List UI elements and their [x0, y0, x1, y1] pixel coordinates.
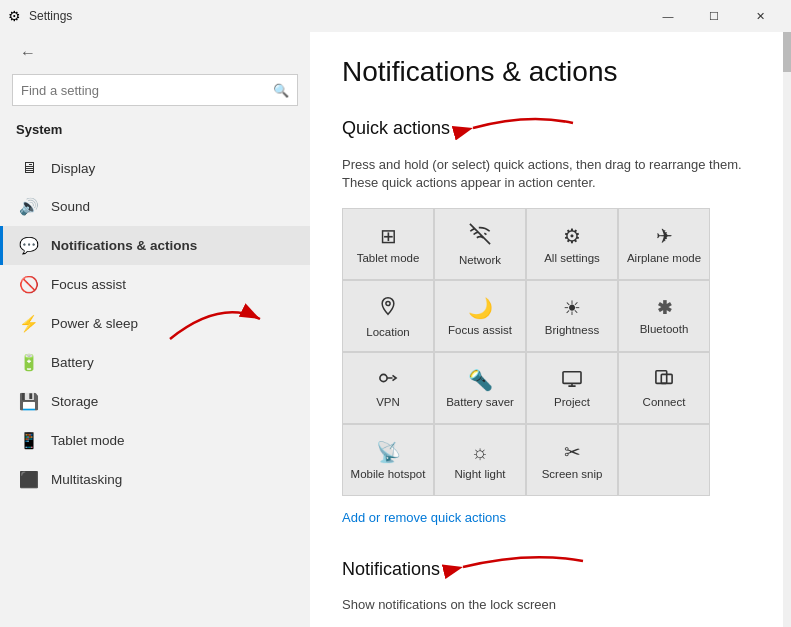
- page-title: Notifications & actions: [342, 56, 751, 88]
- battery-icon: 🔋: [19, 353, 39, 372]
- multitasking-icon: ⬛: [19, 470, 39, 489]
- qa-location-label: Location: [366, 326, 409, 338]
- qa-focus-assist-label: Focus assist: [448, 324, 512, 336]
- qa-vpn-icon: [377, 369, 399, 392]
- search-icon: 🔍: [273, 83, 289, 98]
- sidebar-item-label: Multitasking: [51, 472, 122, 487]
- qa-location-icon: [378, 295, 398, 322]
- qa-mobile-hotspot-icon: 📡: [376, 440, 401, 464]
- sidebar-item-label: Sound: [51, 199, 90, 214]
- power-sleep-icon: ⚡: [19, 314, 39, 333]
- qa-screen-snip-icon: ✂: [564, 440, 581, 464]
- notifications-section: Notifications Show notifications on the …: [342, 549, 751, 612]
- qa-location[interactable]: Location: [343, 281, 433, 351]
- tablet-mode-icon: 📱: [19, 431, 39, 450]
- qa-night-light-label: Night light: [454, 468, 505, 480]
- qa-empty: [619, 425, 709, 495]
- focus-assist-icon: 🚫: [19, 275, 39, 294]
- qa-screen-snip[interactable]: ✂ Screen snip: [527, 425, 617, 495]
- scrollbar-thumb[interactable]: [783, 32, 791, 72]
- quick-actions-grid: ⊞ Tablet mode Network ⚙ All settings: [342, 208, 710, 496]
- display-icon: 🖥: [19, 159, 39, 177]
- qa-airplane-mode-icon: ✈: [656, 224, 673, 248]
- qa-project[interactable]: Project: [527, 353, 617, 423]
- sidebar-item-multitasking[interactable]: ⬛ Multitasking: [0, 460, 310, 499]
- title-bar-controls: — ☐ ✕: [645, 0, 783, 32]
- sidebar-item-label: Battery: [51, 355, 94, 370]
- qa-airplane-mode-label: Airplane mode: [627, 252, 701, 264]
- sidebar-item-label: Tablet mode: [51, 433, 125, 448]
- qa-tablet-mode-icon: ⊞: [380, 224, 397, 248]
- qa-all-settings-icon: ⚙: [563, 224, 581, 248]
- qa-vpn-label: VPN: [376, 396, 400, 408]
- search-box[interactable]: 🔍: [12, 74, 298, 106]
- qa-focus-assist[interactable]: 🌙 Focus assist: [435, 281, 525, 351]
- notifications-icon: 💬: [19, 236, 39, 255]
- arrow-annotation-notifications: [448, 549, 588, 589]
- qa-connect-label: Connect: [643, 396, 686, 408]
- svg-point-3: [380, 374, 387, 381]
- sidebar-item-focus-assist[interactable]: 🚫 Focus assist: [0, 265, 310, 304]
- qa-connect-icon: [653, 369, 675, 392]
- qa-bluetooth-label: Bluetooth: [640, 323, 689, 335]
- qa-vpn[interactable]: VPN: [343, 353, 433, 423]
- qa-brightness[interactable]: ☀ Brightness: [527, 281, 617, 351]
- quick-actions-section: Quick actions Press and hold (or select)…: [342, 108, 751, 549]
- main-content: Notifications & actions Quick actions Pr…: [310, 32, 783, 627]
- qa-tablet-mode[interactable]: ⊞ Tablet mode: [343, 209, 433, 279]
- add-remove-link[interactable]: Add or remove quick actions: [342, 510, 506, 525]
- qa-network-label: Network: [459, 254, 501, 266]
- qa-focus-assist-icon: 🌙: [468, 296, 493, 320]
- qa-bluetooth[interactable]: ✱ Bluetooth: [619, 281, 709, 351]
- sidebar-item-sound[interactable]: 🔊 Sound: [0, 187, 310, 226]
- sidebar-item-label: Power & sleep: [51, 316, 138, 331]
- sidebar-item-notifications[interactable]: 💬 Notifications & actions: [0, 226, 310, 265]
- close-button[interactable]: ✕: [737, 0, 783, 32]
- sidebar-item-storage[interactable]: 💾 Storage: [0, 382, 310, 421]
- qa-tablet-mode-label: Tablet mode: [357, 252, 420, 264]
- notifications-title: Notifications: [342, 549, 751, 589]
- qa-mobile-hotspot-label: Mobile hotspot: [351, 468, 426, 480]
- sidebar-item-label: Notifications & actions: [51, 238, 197, 253]
- qa-all-settings[interactable]: ⚙ All settings: [527, 209, 617, 279]
- arrow-annotation-quick-actions: [458, 108, 578, 148]
- qa-brightness-icon: ☀: [563, 296, 581, 320]
- qa-mobile-hotspot[interactable]: 📡 Mobile hotspot: [343, 425, 433, 495]
- title-bar-left: ⚙ Settings: [8, 8, 72, 24]
- sidebar: ← 🔍 System 🖥 Display 🔊 Sound 💬 Notificat…: [0, 32, 310, 627]
- minimize-button[interactable]: —: [645, 0, 691, 32]
- qa-network[interactable]: Network: [435, 209, 525, 279]
- sidebar-item-battery[interactable]: 🔋 Battery: [0, 343, 310, 382]
- svg-rect-4: [563, 372, 581, 384]
- qa-battery-saver[interactable]: 🔦 Battery saver: [435, 353, 525, 423]
- settings-icon: ⚙: [8, 8, 21, 24]
- sidebar-item-label: Focus assist: [51, 277, 126, 292]
- qa-screen-snip-label: Screen snip: [542, 468, 603, 480]
- qa-night-light[interactable]: ☼ Night light: [435, 425, 525, 495]
- back-button[interactable]: ←: [12, 40, 44, 66]
- sidebar-item-label: Display: [51, 161, 95, 176]
- qa-project-icon: [561, 369, 583, 392]
- sidebar-item-label: Storage: [51, 394, 98, 409]
- sound-icon: 🔊: [19, 197, 39, 216]
- sidebar-item-display[interactable]: 🖥 Display: [0, 149, 310, 187]
- svg-point-2: [386, 301, 390, 305]
- qa-battery-saver-icon: 🔦: [468, 368, 493, 392]
- qa-battery-saver-label: Battery saver: [446, 396, 514, 408]
- storage-icon: 💾: [19, 392, 39, 411]
- notif-desc: Show notifications on the lock screen: [342, 597, 751, 612]
- sidebar-section-title: System: [0, 122, 310, 149]
- quick-actions-title: Quick actions: [342, 108, 751, 148]
- app-body: ← 🔍 System 🖥 Display 🔊 Sound 💬 Notificat…: [0, 32, 791, 627]
- sidebar-item-power-sleep[interactable]: ⚡ Power & sleep: [0, 304, 310, 343]
- qa-connect[interactable]: Connect: [619, 353, 709, 423]
- qa-brightness-label: Brightness: [545, 324, 599, 336]
- qa-airplane-mode[interactable]: ✈ Airplane mode: [619, 209, 709, 279]
- maximize-button[interactable]: ☐: [691, 0, 737, 32]
- sidebar-item-tablet-mode[interactable]: 📱 Tablet mode: [0, 421, 310, 460]
- search-input[interactable]: [21, 83, 273, 98]
- qa-project-label: Project: [554, 396, 590, 408]
- scrollbar-track[interactable]: [783, 32, 791, 627]
- qa-all-settings-label: All settings: [544, 252, 600, 264]
- qa-network-icon: [469, 223, 491, 250]
